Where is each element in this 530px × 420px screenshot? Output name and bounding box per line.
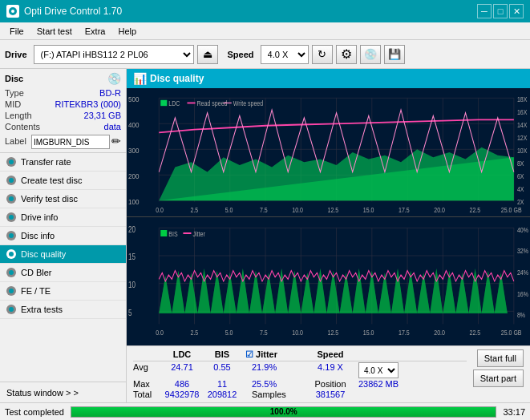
- sidebar-item-drive-info[interactable]: Drive info: [0, 208, 126, 227]
- nav-label: Drive info: [21, 212, 58, 222]
- nav-label: FE / TE: [21, 286, 51, 296]
- nav-dot: [6, 249, 16, 259]
- nav-dot: [6, 157, 16, 167]
- disc-label-input[interactable]: [31, 135, 110, 149]
- svg-text:6X: 6X: [517, 173, 524, 181]
- disc-mid-row: MID RITEKBR3 (000): [5, 99, 121, 109]
- speed-combo-select[interactable]: 4.0 X: [358, 362, 399, 378]
- samples-value: 381567: [306, 390, 354, 399]
- disc-length-label: Length: [5, 111, 32, 120]
- eject-button[interactable]: ⏏: [197, 45, 218, 64]
- disc-contents-value: data: [104, 122, 121, 131]
- disc-contents-label: Contents: [5, 122, 40, 131]
- time-label: 33:17: [503, 407, 525, 417]
- media-button[interactable]: 💿: [360, 45, 381, 64]
- sidebar-item-extra-tests[interactable]: Extra tests: [0, 301, 126, 319]
- avg-label: Avg: [133, 362, 162, 378]
- stats-jitter-header: ☑ Jitter: [242, 349, 306, 360]
- total-label: Total: [133, 390, 162, 399]
- chart-icon: 📊: [133, 72, 147, 85]
- sidebar-item-verify-test-disc[interactable]: Verify test disc: [0, 190, 126, 208]
- svg-text:5.0: 5.0: [225, 206, 233, 214]
- svg-text:5.0: 5.0: [225, 329, 233, 337]
- config-button[interactable]: ⚙: [336, 45, 357, 64]
- nav-dot: [6, 212, 16, 222]
- sidebar-item-transfer-rate[interactable]: Transfer rate: [0, 153, 126, 172]
- menu-help[interactable]: Help: [111, 25, 143, 38]
- menu-bar: File Start test Extra Help: [0, 22, 530, 40]
- sidebar-item-disc-quality[interactable]: Disc quality: [0, 245, 126, 264]
- save-button[interactable]: 💾: [384, 45, 405, 64]
- disc-mid-label: MID: [5, 99, 21, 109]
- svg-text:22.5: 22.5: [470, 329, 481, 337]
- svg-text:15: 15: [128, 252, 136, 261]
- sidebar-item-fe-te[interactable]: FE / TE: [0, 282, 126, 301]
- nav-label: Extra tests: [21, 305, 63, 314]
- sidebar-item-create-test-disc[interactable]: Create test disc: [0, 172, 126, 190]
- svg-text:15.0: 15.0: [363, 206, 374, 214]
- disc-mid-value: RITEKBR3 (000): [55, 99, 121, 109]
- nav-dot: [6, 231, 16, 240]
- menu-start-test[interactable]: Start test: [30, 25, 79, 38]
- nav-items: Transfer rate Create test disc Verify te…: [0, 153, 126, 382]
- main-content: 📊 Disc quality: [127, 69, 530, 402]
- disc-type-value: BD-R: [99, 88, 121, 98]
- svg-text:32%: 32%: [517, 247, 529, 255]
- svg-rect-52: [127, 217, 530, 345]
- chart-title: Disc quality: [150, 73, 204, 84]
- nav-dot: [6, 194, 16, 204]
- svg-text:2.5: 2.5: [190, 329, 198, 337]
- chart-upper: 500 400 300 200 100 18X 16X 14X 12X 10X …: [127, 88, 530, 217]
- title-bar: Opti Drive Control 1.70 ─ □ ✕: [0, 0, 530, 22]
- svg-text:12.5: 12.5: [327, 329, 338, 337]
- chart-lower: 20 15 10 5 40% 32% 24% 16% 8% 0.0 2.5 5.…: [127, 217, 530, 345]
- disc-icon: 💿: [107, 72, 121, 85]
- label-edit-icon[interactable]: ✏: [111, 135, 121, 147]
- disc-type-label: Type: [5, 88, 24, 98]
- sidebar-item-disc-info[interactable]: Disc info: [0, 227, 126, 245]
- svg-text:Read speed: Read speed: [197, 99, 228, 107]
- drive-label: Drive: [5, 50, 27, 59]
- speed-select[interactable]: 4.0 X: [261, 45, 309, 64]
- close-button[interactable]: ✕: [509, 4, 524, 18]
- start-full-button[interactable]: Start full: [477, 349, 524, 367]
- svg-text:200: 200: [128, 172, 139, 180]
- status-window-button[interactable]: Status window > >: [0, 382, 126, 402]
- toolbar: Drive (F:) ATAPI iHBS112 2 PL06 ⏏ Speed …: [0, 40, 530, 69]
- stats-table: LDC BIS ☑ Jitter Speed Avg 24.71 0.55: [133, 349, 467, 399]
- maximize-button[interactable]: □: [493, 4, 508, 18]
- stats-bis-header: BIS: [202, 349, 242, 360]
- svg-text:24%: 24%: [517, 269, 529, 277]
- disc-length-row: Length 23,31 GB: [5, 111, 121, 120]
- minimize-button[interactable]: ─: [477, 4, 492, 18]
- disc-label-row: Label ✏: [5, 133, 121, 149]
- refresh-button[interactable]: ↻: [312, 45, 333, 64]
- chart-header: 📊 Disc quality: [127, 69, 530, 88]
- nav-label: Disc quality: [21, 249, 66, 259]
- svg-text:500: 500: [128, 95, 139, 103]
- max-label: Max: [133, 379, 162, 389]
- sidebar-item-cd-bler[interactable]: CD Bler: [0, 264, 126, 282]
- svg-text:20.0: 20.0: [434, 206, 445, 214]
- svg-text:5: 5: [128, 308, 131, 317]
- svg-text:2.5: 2.5: [190, 206, 198, 214]
- svg-text:8X: 8X: [517, 160, 524, 168]
- total-ldc: 9432978: [162, 390, 202, 399]
- max-jitter: 25.5%: [242, 379, 306, 389]
- svg-rect-46: [160, 100, 167, 106]
- menu-extra[interactable]: Extra: [79, 25, 112, 38]
- avg-jitter: 21.9%: [242, 362, 306, 378]
- menu-file[interactable]: File: [3, 25, 30, 38]
- drive-select[interactable]: (F:) ATAPI iHBS112 2 PL06: [34, 45, 194, 64]
- svg-text:7.5: 7.5: [260, 206, 268, 214]
- nav-label: CD Bler: [21, 268, 52, 277]
- svg-text:LDC: LDC: [168, 99, 180, 107]
- status-text: Test completed: [5, 407, 64, 417]
- nav-dot: [6, 176, 16, 185]
- svg-text:15.0: 15.0: [363, 329, 374, 337]
- stats-section: LDC BIS ☑ Jitter Speed Avg 24.71 0.55: [127, 345, 530, 402]
- start-part-button[interactable]: Start part: [473, 370, 524, 387]
- action-buttons: Start full Start part: [473, 349, 524, 387]
- svg-text:18X: 18X: [517, 96, 528, 104]
- svg-text:25.0 GB: 25.0 GB: [501, 206, 522, 214]
